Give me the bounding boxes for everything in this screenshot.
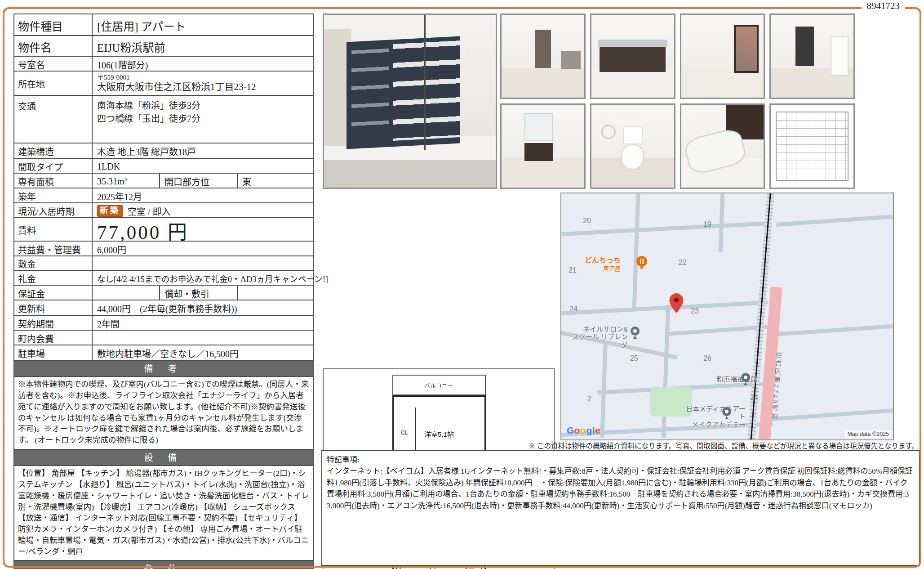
special-notes-text: インターネット:【ベイコム】入居者様 1Gインターネット無料!・募集戸数:8戸・…: [327, 466, 915, 511]
izakaya-label[interactable]: どんちっち 居酒屋: [585, 256, 621, 273]
table-row: 号室名 106(1階部分): [14, 57, 313, 72]
photo-window-frame: [734, 25, 759, 73]
map-road: [662, 305, 670, 438]
photo-building-balconies: [393, 41, 460, 141]
welfare-hall-pin-icon[interactable]: [740, 372, 751, 386]
row-label: 保証金: [14, 286, 93, 300]
row-label: 号室名: [14, 57, 93, 71]
nail-salon-line1: ネイルサロン&: [583, 325, 628, 333]
nail-salon-line2: スクール リブレンダ: [572, 333, 628, 348]
built-value: 2025年12月: [93, 188, 313, 202]
amortization-value: [238, 286, 313, 300]
location-map[interactable]: 20 19 21 22 24 23 25 26 2 24 どんちっち 居酒屋 ネ…: [560, 193, 894, 440]
academy-line2: メイクアカデミー: [692, 421, 746, 428]
map-attribution: Map data ©2025: [845, 430, 891, 438]
table-row: 契約期間 2年間: [14, 316, 313, 331]
opening-direction-value: 東: [238, 174, 313, 188]
remarks-text: ※本物件建物内での喫煙、及び室内(バルコニー含む)での喫煙は厳禁。(同居人・来訪…: [14, 377, 313, 450]
map-block-number: 2: [587, 395, 591, 403]
photo-doorway: [535, 30, 551, 68]
academy-pin-icon[interactable]: [721, 407, 732, 420]
floorplan-room-label: 洋室5.1帖: [394, 429, 484, 439]
structure-value: 木造 地上3階 総戸数18戸: [93, 143, 313, 158]
photo-floor: [502, 158, 584, 188]
nail-salon-label[interactable]: ネイルサロン& スクール リブレンダ: [569, 325, 628, 349]
photo-toilet-bowl: [621, 144, 644, 169]
property-location-pin[interactable]: [669, 293, 684, 313]
access-value: 南海本線「粉浜」徒歩3分 四つ橋線「玉出」徒歩7分: [93, 96, 313, 143]
table-row: 間取タイプ 1LDK: [14, 159, 313, 174]
row-label: 築年: [14, 188, 93, 202]
photo-vanity-cabinet: [524, 143, 552, 161]
row-label: 契約期間: [14, 316, 93, 330]
table-row: 共益費・管理費 6,000円: [14, 242, 313, 256]
term-value: 2年間: [93, 316, 313, 330]
photo-floor: [591, 68, 674, 98]
nail-salon-pin-icon[interactable]: [630, 326, 640, 340]
map-block-number: 20: [583, 217, 591, 225]
photo-towel-ring: [601, 125, 616, 139]
welfare-hall-label[interactable]: 粉浜福祉会館: [717, 375, 757, 383]
photo-living-room: [500, 13, 586, 99]
map-block-number: 22: [679, 259, 687, 267]
renewal-value: 44,000円 (2年毎(更新事務手数料)): [93, 300, 313, 315]
map-block-number: 25: [630, 354, 638, 363]
photo-bathroom: [680, 103, 765, 189]
map-block-number: 26: [703, 354, 711, 363]
row-label: 間取タイプ: [14, 159, 93, 173]
table-row: 敷金: [14, 256, 313, 271]
photo-cabinets: [600, 47, 666, 72]
opening-direction-label: 開口部方位: [160, 174, 238, 188]
photo-window-glass: [736, 27, 757, 71]
rent-value: 77,000 円: [93, 218, 313, 241]
table-row: 駐車場 敷地内駐車場／空きなし／16,500円: [14, 345, 313, 361]
photo-kitchen: [590, 13, 675, 99]
restaurant-pin-icon[interactable]: [635, 255, 648, 272]
status-text: 空室 / 即入: [128, 205, 171, 218]
floorplan-balcony: バルコニー: [392, 375, 486, 395]
table-row: 建築構造 木造 地上3階 総戸数18戸: [14, 143, 313, 159]
address-value: 〒559-0001 大阪府大阪市住之江区粉浜1丁目23-12: [93, 72, 313, 95]
photo-grid: [500, 13, 855, 189]
floorplan-entrance-label: 玄関: [463, 566, 475, 569]
property-table: 物件種目 [住居用] アパート 物件名 EIJU粉浜駅前 号室名 106(1階部…: [13, 13, 314, 569]
photo-foreground-road: [324, 160, 496, 188]
photo-utility-pole: [424, 15, 426, 150]
table-row: 交通 南海本線「粉浜」徒歩3分 四つ橋線「玉出」徒歩7分: [14, 96, 313, 143]
map-road: [776, 215, 893, 227]
room-no-value: 106(1階部分): [93, 57, 313, 71]
status-value: 新築 空室 / 即入: [93, 203, 313, 217]
special-notes-box: 特記事項: インターネット:【ベイコム】入居者様 1Gインターネット無料!・募集…: [321, 450, 920, 566]
table-row: 更新料 44,000円 (2年毎(更新事務手数料)): [14, 300, 313, 316]
table-row: 礼金 なし[4/2-4/15までのお申込みで礼金0・AD3ヵ月キャンペーン!]: [14, 271, 313, 286]
row-label: 更新料: [14, 300, 93, 315]
row-label: 物件名: [14, 36, 93, 56]
photo-kitchenette: [561, 51, 581, 69]
table-row: 保証金 償却・敷引: [14, 286, 313, 300]
property-type-value: [住居用] アパート: [93, 14, 313, 35]
academy-label[interactable]: 日本メディカルアート メイクアカデミー: [683, 405, 746, 428]
photo-window: [795, 27, 813, 66]
row-label: 町内会費: [14, 331, 93, 345]
row-label: 所在地: [14, 72, 93, 95]
disclaimer-note: ※ この資料は物件の概略紹介資料になります。写真、間取図面、設備、概要などが現況…: [529, 440, 919, 450]
photo-room-appliances: [769, 13, 855, 99]
izakaya-subtitle: 居酒屋: [603, 265, 621, 272]
map-road: [632, 193, 640, 311]
conditions-header: 条 件: [14, 561, 313, 569]
table-row: 賃料 77,000 円: [14, 218, 313, 242]
town-fee-value: [93, 331, 313, 345]
row-label: 共益費・管理費: [14, 242, 93, 255]
photo-building-schematic: [769, 103, 855, 189]
photo-washroom-vanity: [500, 103, 586, 189]
table-row: 物件種目 [住居用] アパート: [14, 14, 313, 36]
map-block-number: 21: [569, 266, 577, 274]
photo-building-exterior: [323, 13, 497, 189]
google-logo[interactable]: Google: [567, 425, 600, 436]
photo-floor: [502, 68, 584, 98]
izakaya-name: どんちっち: [585, 256, 621, 264]
area-value: 35.31m²: [93, 174, 160, 188]
welfare-hall-name: 粉浜福祉会館: [717, 375, 757, 383]
row-label: 現況/入居時期: [14, 203, 93, 217]
new-build-badge: 新築: [97, 205, 123, 217]
